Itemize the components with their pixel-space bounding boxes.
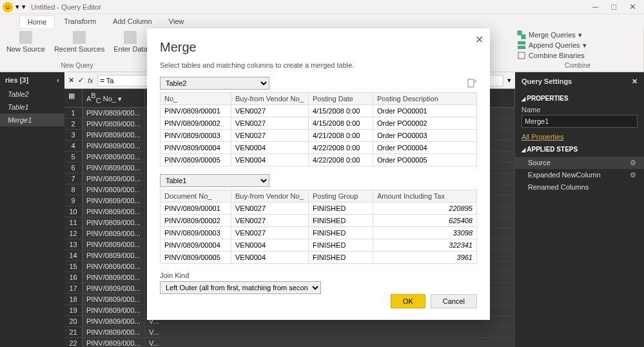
cancel-formula-icon[interactable]: ✕: [68, 76, 74, 84]
table-row[interactable]: PINV/0809/00004VEN0004FINISHED322341: [161, 239, 477, 252]
column-header-no[interactable]: ABC No_ ▾: [83, 89, 145, 107]
merge-icon: [517, 30, 526, 39]
svg-rect-5: [468, 79, 474, 87]
merge-dialog: ✕ Merge Select tables and matching colum…: [147, 28, 490, 320]
second-table-select[interactable]: Table1: [160, 174, 269, 187]
join-kind-select[interactable]: Left Outer (all from first, matching fro…: [160, 281, 321, 294]
query-item-merge1[interactable]: Merge1: [0, 114, 64, 126]
merge-queries-button[interactable]: Merge Queries ▾: [516, 30, 639, 40]
window-title: Untitled - Query Editor: [31, 3, 101, 11]
table-row[interactable]: PINV/0809/00004VEN00044/22/2008 0:00Orde…: [161, 142, 477, 154]
properties-section: PROPERTIES: [515, 91, 644, 106]
append-queries-button[interactable]: Append Queries ▾: [516, 40, 639, 50]
save-icon[interactable]: ▾: [15, 3, 19, 11]
quick-access-toolbar: ▾ ▾: [15, 3, 26, 11]
query-item-table2[interactable]: Table2: [0, 88, 64, 101]
dialog-close-icon[interactable]: ✕: [475, 34, 483, 46]
maximize-button[interactable]: □: [611, 2, 616, 12]
ribbon-tabs: Home Transform Add Column View: [0, 14, 644, 28]
chevron-down-icon: ▾: [583, 41, 587, 50]
svg-rect-3: [518, 46, 525, 49]
all-properties-link[interactable]: All Properties: [515, 132, 644, 142]
dialog-description: Select tables and matching columns to cr…: [160, 61, 477, 69]
col-header[interactable]: Posting Description: [373, 93, 477, 105]
query-settings-pane: Query Settings✕ PROPERTIES Name All Prop…: [515, 72, 644, 347]
second-table-preview[interactable]: Document No_Buy-from Vendor No_Posting G…: [160, 190, 477, 264]
join-kind-label: Join Kind: [160, 272, 477, 279]
query-settings-header: Query Settings: [522, 77, 572, 86]
enter-data-icon: [124, 31, 137, 44]
close-button[interactable]: ✕: [629, 2, 636, 12]
gear-icon[interactable]: ⚙: [630, 171, 636, 179]
table-row[interactable]: PINV/0809/00005VEN00044/22/2008 0:00Orde…: [161, 154, 477, 166]
enter-data-button[interactable]: Enter Data: [111, 30, 150, 54]
combine-binaries-icon: [517, 51, 526, 60]
table-row[interactable]: PINV/0809/00001VEN00274/15/2008 0:00Orde…: [161, 105, 477, 117]
append-icon: [517, 41, 526, 50]
grid-corner[interactable]: ▦: [64, 89, 83, 107]
fx-label: fx: [88, 77, 93, 84]
applied-step[interactable]: Renamed Columns: [515, 181, 644, 193]
app-icon: ☺: [3, 2, 13, 12]
tab-add-column[interactable]: Add Column: [105, 15, 160, 27]
recent-sources-icon: [73, 31, 86, 44]
new-source-button[interactable]: New Source: [4, 30, 48, 54]
applied-step[interactable]: Source⚙: [515, 157, 644, 169]
table-row[interactable]: PINV/0809/00003VEN00274/21/2008 0:00Orde…: [161, 130, 477, 142]
name-label: Name: [515, 106, 644, 114]
col-header[interactable]: Posting Group: [309, 190, 373, 203]
chevron-down-icon: ▾: [578, 31, 582, 39]
col-header[interactable]: No_: [161, 93, 231, 105]
collapse-queries-icon[interactable]: ‹: [57, 76, 59, 84]
close-settings-icon[interactable]: ✕: [632, 77, 638, 86]
applied-steps-section: APPLIED STEPS: [515, 142, 644, 157]
tab-transform[interactable]: Transform: [56, 15, 104, 27]
grid-row[interactable]: 21PINV/0809/000...V...: [64, 327, 515, 338]
group-label-new-query: New Query: [4, 62, 150, 70]
group-label-combine: Combine: [516, 62, 639, 70]
query-item-table1[interactable]: Table1: [0, 101, 64, 114]
table-row[interactable]: PINV/0809/00005VEN0004FINISHED3961: [161, 252, 477, 264]
table-row[interactable]: PINV/0809/00002VEN00274/15/2008 0:00Orde…: [161, 117, 477, 130]
svg-rect-2: [518, 41, 525, 45]
cancel-button[interactable]: Cancel: [431, 294, 477, 308]
expand-table-icon[interactable]: [467, 78, 477, 88]
svg-rect-4: [518, 52, 525, 59]
queries-header: ries [3]: [5, 76, 28, 84]
formula-dropdown-icon[interactable]: ▾: [507, 76, 511, 84]
first-table-select[interactable]: Table2: [160, 77, 269, 90]
new-source-icon: [19, 31, 32, 44]
tab-home[interactable]: Home: [19, 15, 55, 28]
svg-rect-0: [518, 31, 522, 35]
first-table-preview[interactable]: No_Buy-from Vendor No_Posting DatePostin…: [160, 92, 477, 166]
recent-sources-button[interactable]: Recent Sources: [52, 30, 107, 54]
grid-row[interactable]: 22PINV/0809/000...V...: [64, 338, 515, 347]
accept-formula-icon[interactable]: ✓: [78, 76, 84, 84]
applied-step[interactable]: Expanded NewColumn⚙: [515, 169, 644, 181]
svg-rect-1: [522, 35, 525, 39]
table-row[interactable]: PINV/0809/00002VEN0027FINISHED625408: [161, 215, 477, 227]
col-header[interactable]: Buy-from Vendor No_: [231, 190, 309, 203]
combine-binaries-button[interactable]: Combine Binaries: [516, 50, 639, 61]
qat-dropdown-icon[interactable]: ▾: [22, 3, 26, 11]
query-name-input[interactable]: [522, 115, 638, 128]
queries-pane: ries [3]‹ Table2Table1Merge1: [0, 72, 64, 347]
table-row[interactable]: PINV/0809/00001VEN0027FINISHED220895: [161, 203, 477, 215]
table-row[interactable]: PINV/0809/00003VEN0027FINISHED33098: [161, 227, 477, 239]
minimize-button[interactable]: ─: [592, 2, 598, 12]
col-header[interactable]: Buy-from Vendor No_: [231, 93, 309, 105]
col-header[interactable]: Amount Including Tax: [373, 190, 477, 203]
tab-view[interactable]: View: [161, 15, 192, 27]
dialog-title: Merge: [160, 40, 477, 55]
ok-button[interactable]: OK: [391, 294, 425, 308]
gear-icon[interactable]: ⚙: [630, 159, 636, 167]
title-bar: ☺ ▾ ▾ Untitled - Query Editor ─ □ ✕: [0, 0, 644, 14]
col-header[interactable]: Document No_: [161, 190, 231, 203]
col-header[interactable]: Posting Date: [309, 93, 373, 105]
